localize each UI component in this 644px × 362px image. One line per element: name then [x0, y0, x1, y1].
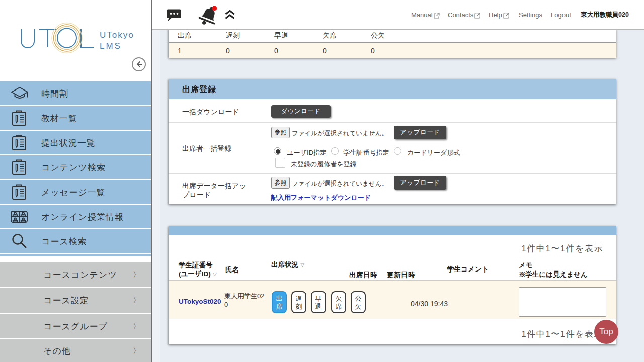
svg-text:LMS: LMS [100, 41, 122, 51]
svg-text:UTokyo: UTokyo [100, 30, 134, 40]
